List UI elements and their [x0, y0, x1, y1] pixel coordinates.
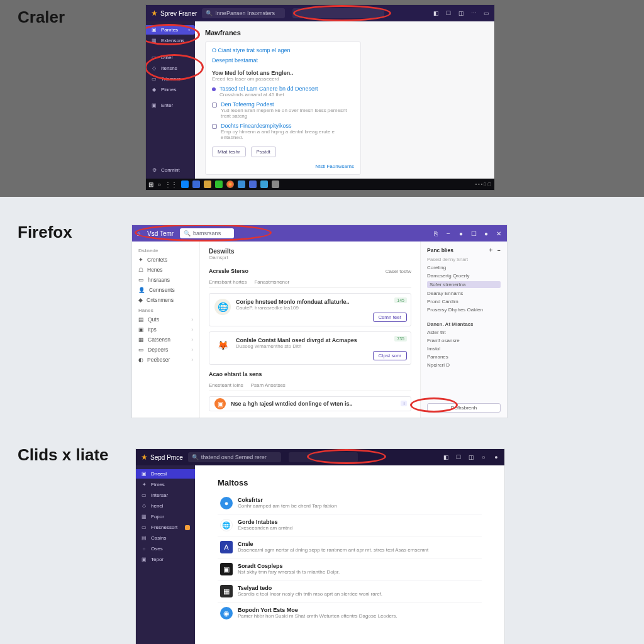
header-icon[interactable]: ○	[480, 454, 487, 460]
taskbar-app[interactable]	[181, 180, 189, 188]
add-icon[interactable]: ＋	[488, 247, 494, 254]
header-icon[interactable]: ▭	[483, 10, 489, 16]
header-icon[interactable]: ⋯	[470, 10, 477, 16]
frame3-address-bar[interactable]	[289, 452, 358, 462]
panel-link[interactable]: Npeirerl D	[427, 362, 501, 368]
checkbox-icon[interactable]	[212, 103, 217, 108]
taskbar-app[interactable]	[272, 180, 279, 188]
card-button[interactable]: Psstdt	[251, 147, 276, 157]
sidebar-item[interactable]: ▣Itps›	[132, 325, 199, 335]
sidebar-item[interactable]: ◆Pinnes	[146, 85, 195, 94]
sidebar-item[interactable]: ▭hnsraans	[132, 275, 199, 285]
taskbar-app[interactable]	[192, 180, 200, 188]
tab[interactable]: Enesteant loins	[209, 382, 243, 388]
sidebar-item[interactable]: ☖Henes	[132, 265, 199, 275]
list-item[interactable]: ▦Tselyad tedoSesrdis e teol Inosr nosly …	[218, 580, 482, 602]
sidebar-item[interactable]: ▣Dneesl	[136, 469, 195, 479]
list-item[interactable]: ●CoksfrtsrConhr aarnped am tern be cherd…	[218, 492, 482, 514]
header-icon[interactable]: ◫	[458, 10, 464, 16]
taskbar-app[interactable]	[260, 180, 268, 188]
frame3-search[interactable]: 🔍thstend osnd Semed rerer	[188, 452, 281, 462]
tab[interactable]: Fanastmsnenor	[254, 279, 289, 285]
sidebar-item[interactable]: ◐Peebeser›	[132, 355, 199, 365]
taskbar-icon[interactable]: ⋮⋮	[165, 181, 177, 188]
list-item[interactable]: ◉Bopodn Yort Ests MoePamer hbbr hon Susl…	[218, 602, 482, 624]
sidebar-item[interactable]: ▣Tepor	[136, 555, 195, 564]
header-icon[interactable]: ◧	[443, 454, 449, 460]
sidebar-item[interactable]: ▦Catsensn›	[132, 335, 199, 345]
panel-link-active[interactable]: Sofer strenertna	[427, 281, 501, 288]
header-icon[interactable]: ●	[493, 454, 499, 460]
home-icon[interactable]: ⌂	[137, 230, 141, 237]
list-card[interactable]: ▣ Nse a hgh Iajesl wntdied donlinge of w…	[209, 396, 411, 411]
panel-link[interactable]: Prond Cardirn	[427, 299, 501, 304]
card-item-title[interactable]: Dochts Fineardesmpityikoss	[221, 123, 292, 129]
start-icon[interactable]: ⊞	[148, 181, 153, 188]
list-item[interactable]: ACnsleDssenearnl agm nertsr al dnlng sep…	[218, 536, 482, 558]
header-icon[interactable]: ●	[458, 230, 464, 237]
header-icon[interactable]: −	[445, 230, 452, 237]
card-link[interactable]: O Ciant styre trat somp el agen	[212, 47, 354, 53]
panel-link[interactable]: Pamanes	[427, 354, 501, 360]
sidebar-footer[interactable]: ⚙Conmint	[146, 165, 195, 175]
panel-link[interactable]: Dearay Ennams	[427, 291, 501, 296]
systray[interactable]: • • • ▯ ▢	[475, 182, 492, 187]
sidebar-item[interactable]: ▦Extensons	[146, 36, 195, 45]
card-button[interactable]: Mtat teshr	[212, 147, 246, 157]
panel-link[interactable]: Aster tht	[427, 330, 501, 335]
sidebar-item[interactable]: ▭Intersar	[136, 491, 195, 500]
sidebar-item[interactable]: ◇henel	[136, 501, 195, 511]
sidebar-item[interactable]: ✦Crentets	[132, 255, 199, 265]
card-button[interactable]: Csmn teet	[373, 313, 407, 322]
sidebar-item[interactable]: ▤Quts›	[132, 314, 199, 325]
card-link[interactable]: Desepnt bestamat	[212, 57, 354, 64]
taskbar-icon[interactable]: ○	[157, 181, 161, 188]
list-card[interactable]: 🦊 Conlsle Contst Manl osed divrgd at Acm…	[209, 331, 411, 365]
header-icon[interactable]: ☐	[455, 454, 462, 460]
tab[interactable]: Enmsbant hortes	[209, 279, 247, 285]
close-icon[interactable]: −	[497, 247, 501, 253]
header-icon[interactable]: ☐	[470, 230, 477, 237]
close-icon[interactable]: ✕	[496, 230, 502, 237]
card-button[interactable]: Ctpst sonr	[373, 351, 407, 360]
sidebar-item[interactable]: ▭Triamser	[146, 74, 195, 84]
sidebar-item[interactable]: ◆Cntsnmens	[132, 295, 199, 305]
sidebar-item[interactable]: ▤Casins	[136, 533, 195, 543]
header-icon[interactable]: ◫	[468, 454, 474, 460]
panel-link[interactable]: Prosersy Dhphes Oakien	[427, 307, 501, 313]
sidebar-item[interactable]: ▭Depeers›	[132, 345, 199, 355]
taskbar-app[interactable]	[204, 180, 211, 188]
taskbar-app[interactable]	[238, 180, 245, 188]
checkbox-icon[interactable]	[212, 124, 217, 129]
card-item-title[interactable]: Tassed tel Lam Canere bn dd Denesert	[219, 86, 318, 92]
list-item[interactable]: 🌐Gorde IntabtesExeseeanden am arntnd	[218, 514, 482, 536]
sidebar-item[interactable]: ▣Enter	[146, 101, 195, 110]
panel-link[interactable]: Frantf osansre	[427, 338, 501, 343]
sidebar-item[interactable]: 👤Cennsents	[132, 285, 199, 295]
sidebar-item[interactable]: ○Oses	[136, 544, 195, 553]
header-icon[interactable]: ◧	[433, 10, 439, 16]
panel-link[interactable]: Coreting	[427, 265, 501, 270]
taskbar-app[interactable]	[215, 180, 223, 188]
sidebar-item[interactable]: ▦Fopor	[136, 512, 195, 521]
panel-button[interactable]: Defhsbrenh	[427, 403, 501, 413]
sidebar-item[interactable]: ◇Itensns	[146, 64, 195, 73]
card-item-title[interactable]: Den Tofeerng Podest	[221, 101, 274, 108]
list-item[interactable]: ▣Soradt CosplepsNst skhy tmn fary wnerss…	[218, 558, 482, 580]
frame2-search[interactable]: 🔍 bamsrsans	[180, 228, 234, 238]
header-icon[interactable]: ⎘	[433, 230, 439, 237]
taskbar-chrome[interactable]	[226, 180, 234, 188]
sidebar-item[interactable]: ▭Fresnessort	[136, 523, 195, 532]
tab[interactable]: Psam Ansetses	[251, 382, 286, 388]
panel-link[interactable]: Imstol	[427, 346, 501, 352]
frame1-address-bar[interactable]	[292, 8, 384, 18]
list-card[interactable]: 🌐 Coripe hnstsed Monlo mfonduat aflaturl…	[209, 293, 411, 326]
card-bottom-link[interactable]: Ntstl Faonwsarns	[212, 164, 354, 169]
sidebar-item[interactable]: ▭Diner	[146, 53, 195, 62]
frame1-search[interactable]: 🔍 InnePansen Insomsters	[202, 8, 285, 18]
header-icon[interactable]: ●	[483, 230, 489, 237]
sidebar-item[interactable]: ▣Pamtes‹	[146, 25, 195, 35]
taskbar-app[interactable]	[249, 180, 257, 188]
header-icon[interactable]: ☐	[445, 10, 452, 16]
panel-link[interactable]: Damcsertg Qroerty	[427, 273, 501, 279]
